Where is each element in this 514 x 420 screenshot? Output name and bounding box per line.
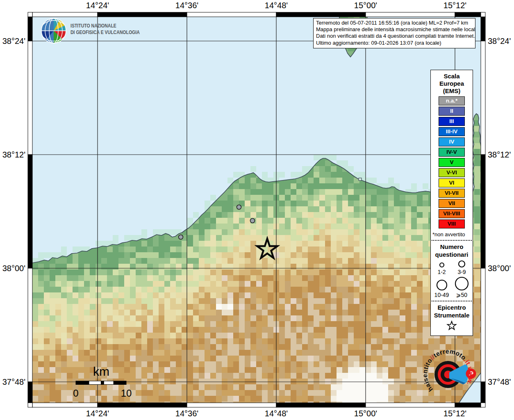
axis-label-lat-right-1: 38°12'	[488, 150, 511, 160]
questionnaire-class-3: ⩾50	[452, 276, 472, 298]
legend-title-line3: (EMS)	[443, 87, 461, 94]
scale-bar-end-label: 10	[121, 388, 132, 399]
questionnaire-class-label: 3-9	[457, 269, 466, 275]
survey-point	[237, 205, 241, 210]
questionnaire-class-label: 10-49	[434, 292, 449, 298]
ingv-title-line1: ISTITUTO NAZIONALE	[71, 23, 116, 29]
frame-segment	[455, 403, 481, 407]
info-box: Terremoto del 05-07-2011 16:55:16 (ora l…	[313, 18, 475, 48]
frame-segment	[481, 382, 485, 403]
scale-bar-km-label: km	[93, 365, 109, 378]
frame-segment	[187, 403, 276, 407]
frame-segment	[455, 12, 481, 17]
frame-corner	[28, 403, 32, 407]
questionnaire-class-label: ⩾50	[456, 292, 467, 298]
legend-box: Scala Europea (EMS) n.a.*IIIIIIII-IVIVIV…	[430, 70, 473, 336]
axis-label-lat-left-0: 38°24'	[2, 37, 25, 46]
axis-label-lat-right-0: 38°24'	[488, 37, 511, 46]
frame-segment	[481, 41, 485, 155]
axis-label-lat-right-3: 37°48'	[488, 377, 511, 387]
axis-label-lon-bottom-2: 14°48'	[265, 409, 288, 418]
frame-segment	[276, 403, 366, 407]
scale-bar-segment	[104, 381, 114, 385]
axis-label-lon-top-4: 15°12'	[443, 1, 466, 10]
intensity-swatch-vii-viii: VII-VIII	[439, 209, 465, 218]
legend-title: Scala Europea (EMS)	[431, 73, 473, 95]
axis-label-lat-left-1: 38°12'	[2, 150, 25, 160]
scale-bar-segment	[101, 381, 104, 385]
intensity-swatch-ii: II	[439, 107, 465, 116]
frame-segment	[98, 403, 187, 407]
intensity-swatch-v-vi: V-VI	[439, 168, 465, 177]
frame-segment	[481, 17, 485, 41]
legend-footnote: *non avvertito	[432, 231, 473, 237]
axis-label-lon-bottom-1: 14°36'	[175, 409, 198, 418]
legend-divider-2	[432, 301, 472, 301]
scale-bar-segment	[76, 381, 89, 385]
epicenter-title-line1: Epicentro	[437, 304, 466, 311]
questionnaire-classes: 1-23-910-49⩾50	[432, 260, 472, 298]
frame-corner	[28, 12, 32, 17]
info-line-4: Ultimo aggiornamento: 09-01-2026 13:07 (…	[316, 40, 473, 46]
intensity-swatch-viii: VIII	[439, 219, 465, 228]
ingv-title-line2: DI GEOFISICA E VULCANOLOGIA	[71, 30, 140, 35]
questionnaire-circle-icon	[454, 276, 469, 291]
questionnaire-class-label: 1-2	[437, 269, 446, 275]
scale-bar-start-label: 0	[73, 388, 78, 399]
scale-bar-segment	[89, 381, 101, 385]
axis-label-lon-bottom-3: 15°00'	[354, 409, 377, 418]
info-line-2: Mappa preliminare delle intensità macros…	[316, 26, 473, 33]
legend-title-line1: Scala	[443, 73, 459, 80]
info-line-3: Dati non verificati estratti da 4 questi…	[316, 33, 473, 39]
frame-corner	[481, 12, 485, 17]
frame-segment	[366, 12, 455, 17]
intensity-swatch-n-a-: n.a.*	[439, 96, 465, 105]
frame-segment	[28, 17, 32, 41]
intensity-swatch-vi-vii: VI-VII	[439, 189, 465, 198]
axis-label-lat-left-3: 37°48'	[2, 377, 25, 387]
intensity-swatch-iv: IV	[439, 137, 465, 146]
frame-segment	[28, 268, 32, 382]
frame-segment	[366, 403, 455, 407]
questionnaire-class-2: 10-49	[432, 276, 452, 298]
frame-segment	[187, 12, 276, 17]
frame-segment	[481, 155, 485, 268]
axis-label-lon-top-1: 14°36'	[175, 1, 198, 10]
axis-label-lat-right-2: 38°00'	[488, 264, 511, 273]
intensity-swatch-iii: III	[439, 117, 465, 126]
axis-label-lon-bottom-0: 14°24'	[86, 409, 109, 418]
axis-label-lon-top-3: 15°00'	[354, 1, 377, 10]
macroseismic-map-page: km010?haisentitoilterremoto.it www. 14°2…	[0, 0, 514, 420]
frame-corner	[481, 403, 485, 407]
frame-segment	[28, 382, 32, 403]
legend-divider-1	[432, 240, 472, 241]
frame-segment	[28, 41, 32, 155]
questionnaire-title: Numero questionari	[431, 243, 473, 258]
info-line-1: Terremoto del 05-07-2011 16:55:16 (ora l…	[316, 20, 473, 26]
frame-segment	[98, 12, 187, 17]
ingv-title: ISTITUTO NAZIONALE DI GEOFISICA E VULCAN…	[71, 23, 140, 36]
axis-label-lat-left-2: 38°00'	[2, 264, 25, 273]
questionnaire-class-0: 1-2	[432, 260, 452, 275]
epicenter-star-icon	[446, 320, 457, 331]
axis-label-lon-top-2: 14°48'	[265, 1, 288, 10]
survey-point	[250, 219, 255, 223]
questionnaire-class-1: 3-9	[452, 260, 472, 275]
axis-label-lon-top-0: 14°24'	[86, 1, 109, 10]
ingv-globe-icon	[40, 17, 68, 44]
epicenter-title-line2: Strumentale	[434, 312, 470, 319]
questionnaire-circle-icon	[436, 279, 448, 291]
intensity-swatch-vi: VI	[439, 178, 465, 187]
questionnaire-circle-icon	[439, 262, 445, 268]
epicenter-section-title: Epicentro Strumentale	[431, 304, 473, 319]
survey-point	[179, 235, 183, 240]
questionnaire-circle-icon	[457, 260, 466, 268]
questionnaire-title-line1: Numero	[440, 243, 464, 250]
epicenter-legend-symbol	[431, 320, 473, 332]
frame-segment	[481, 268, 485, 382]
intensity-swatch-iv-v: IV-V	[439, 148, 465, 157]
intensity-swatch-vii: VII	[439, 199, 465, 208]
axis-label-lon-bottom-4: 15°12'	[443, 409, 466, 418]
intensity-scale: n.a.*IIIIIIII-IVIVIV-VVV-VIVIVI-VIIVIIVI…	[431, 96, 473, 228]
scale-bar-segment	[114, 381, 126, 385]
